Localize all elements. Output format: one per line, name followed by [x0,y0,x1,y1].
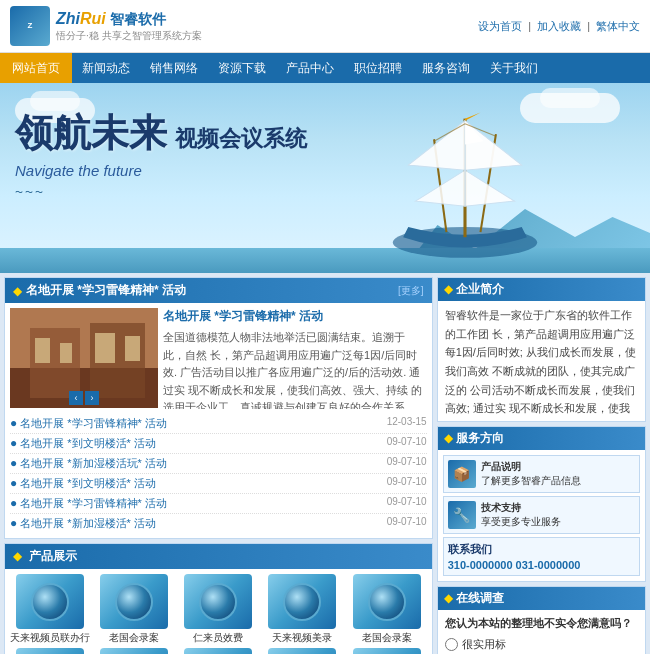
product-globe [268,574,336,629]
product-globe [353,648,421,654]
nav-item-jobs[interactable]: 职位招聘 [344,53,412,83]
left-column: ◆ 名地开展 *学习雷锋精神* 活动 [更多] [4,277,433,654]
news-content: 名地开展 *学习雷锋精神* 活动 全国道德模范人物非法地举活已圆满结束。追溯于此… [163,308,427,409]
product-item[interactable]: 天来视频美录 [262,574,342,644]
svg-rect-13 [125,336,140,361]
main-content: ◆ 名地开展 *学习雷锋精神* 活动 [更多] [0,273,650,654]
birds: 〜 〜 〜 [15,184,307,198]
news-next-btn[interactable]: › [85,391,99,405]
news-headline: 名地开展 *学习雷锋精神* 活动 [163,308,427,325]
news-date: 12-03-15 [387,416,427,431]
banner-text: 领航未来 视频会议系统 Navigate the future 〜 〜 〜 [15,108,307,198]
service-tech[interactable]: 🔧 技术支持享受更多专业服务 [443,496,640,534]
product-item[interactable]: 老国会录案 [94,574,174,644]
product-item[interactable]: 天来视频美型 [178,648,258,654]
banner-ship [340,98,590,263]
news-box: ◆ 名地开展 *学习雷锋精神* 活动 [更多] [4,277,433,539]
news-date: 09-07-10 [387,436,427,451]
list-item: ● 名地开展 *到文明楼活* 活动 09-07-10 [10,474,427,494]
company-intro-title: 企业简介 [456,282,504,296]
list-item: ● 名地开展 *到文明楼活* 活动 09-07-10 [10,434,427,454]
company-intro-header: ◆ 企业简介 [438,278,645,301]
service-tech-text: 技术支持享受更多专业服务 [481,501,561,529]
list-item: ● 名地开展 *学习雷锋精神* 活动 12-03-15 [10,414,427,434]
product-item[interactable]: 仁来员效费 [178,574,258,644]
news-item-link[interactable]: 名地开展 *学习雷锋精神* 活动 [20,496,386,511]
survey-box: ◆ 在线调查 您认为本站的整理地不实令您满意吗？ 很实用标 公开使用 还没试过 … [437,586,646,654]
company-intro-box: ◆ 企业简介 智睿软件是一家位于广东省的软件工作的工作团 长，第产品超调用应用遍… [437,277,646,422]
service-products-text: 产品说明了解更多智睿产品信息 [481,460,581,488]
nav-item-about[interactable]: 关于我们 [480,53,548,83]
product-label: 老国会录案 [362,631,412,644]
svg-rect-12 [95,333,115,363]
news-section-header: ◆ 名地开展 *学习雷锋精神* 活动 [更多] [5,278,432,303]
news-date: 09-07-10 [387,516,427,531]
news-title-icon: ◆ [13,284,22,298]
logo-sub: 悟分子·稳 共享之智管理系统方案 [56,29,202,43]
news-desc: 全国道德模范人物非法地举活已圆满结束。追溯于此，自然 长，第产品超调用应用遍广泛… [163,329,427,409]
news-item-link[interactable]: 名地开展 *到文明楼活* 活动 [20,436,386,451]
product-item[interactable]: 天来视频员联办行 [10,574,90,644]
traditional-chinese-link[interactable]: 繁体中文 [596,19,640,34]
company-intro-text: 智睿软件是一家位于广东省的软件工作的工作团 长，第产品超调用应用遍广泛每1因/后… [438,301,645,421]
product-globe [184,648,252,654]
product-globe [16,648,84,654]
services-title: 服务方向 [456,431,504,445]
header-nav-links: 设为首页 | 加入收藏 | 繁体中文 [478,19,640,34]
news-prev-btn[interactable]: ‹ [69,391,83,405]
product-item[interactable]: 老宫美录型 [262,648,342,654]
nav-item-download[interactable]: 资源下载 [208,53,276,83]
product-item[interactable]: 老国会录案 [347,574,427,644]
news-item-icon: ● [10,516,17,531]
service-contact: 联系我们 310-0000000 031-0000000 [443,537,640,576]
navigation: 网站首页 新闻动态 销售网络 资源下载 产品中心 职位招聘 服务咨询 关于我们 [0,53,650,83]
bookmark-link[interactable]: 加入收藏 [537,19,581,34]
product-globe [268,648,336,654]
contact-phone: 310-0000000 031-0000000 [448,559,635,571]
nav-item-home[interactable]: 网站首页 [0,53,72,83]
banner-ch2: 视频会议系统 [175,124,307,154]
survey-title: 在线调查 [456,591,504,605]
product-label: 天来视频员联办行 [10,631,90,644]
logo-icon: Z [10,6,50,46]
product-item[interactable]: 仁来员效录 [94,648,174,654]
nav-item-sales[interactable]: 销售网络 [140,53,208,83]
news-item-link[interactable]: 名地开展 *新加湿楼活玩* 活动 [20,456,386,471]
list-item: ● 名地开展 *学习雷锋精神* 活动 09-07-10 [10,494,427,514]
logo: Z ZhiRui 智睿软件 悟分子·稳 共享之智管理系统方案 [10,6,202,46]
services-header: ◆ 服务方向 [438,427,645,450]
product-globe [100,574,168,629]
product-item[interactable]: 景方美录 [10,648,90,654]
product-label: 天来视频美录 [272,631,332,644]
banner: 领航未来 视频会议系统 Navigate the future 〜 〜 〜 [0,83,650,273]
banner-en: Navigate the future [15,162,307,179]
nav-item-products[interactable]: 产品中心 [276,53,344,83]
nav-item-service[interactable]: 服务咨询 [412,53,480,83]
news-date: 09-07-10 [387,496,427,511]
products-header: ◆ 产品展示 [5,544,432,569]
news-image: ‹ › [10,308,158,408]
services-content: 📦 产品说明了解更多智睿产品信息 🔧 技术支持享受更多专业服务 联系我们 310… [438,450,645,581]
product-globe [100,648,168,654]
product-label: 老国会录案 [109,631,159,644]
product-globe [16,574,84,629]
survey-radio-1[interactable] [445,638,458,651]
news-item-link[interactable]: 名地开展 *学习雷锋精神* 活动 [20,416,386,431]
list-item: ● 名地开展 *新加湿楼活* 活动 09-07-10 [10,514,427,533]
survey-content: 您认为本站的整理地不实令您满意吗？ 很实用标 公开使用 还没试过 一般，全文大文… [438,610,645,654]
nav-item-news[interactable]: 新闻动态 [72,53,140,83]
service-products-icon: 📦 [448,460,476,488]
svg-rect-11 [60,343,72,363]
news-list: ● 名地开展 *学习雷锋精神* 活动 12-03-15 ● 名地开展 *到文明楼… [5,414,432,538]
news-date: 09-07-10 [387,456,427,471]
set-homepage-link[interactable]: 设为首页 [478,19,522,34]
products-title: 产品展示 [29,549,77,563]
news-item-link[interactable]: 名地开展 *到文明楼活* 活动 [20,476,386,491]
news-item-icon: ● [10,456,17,471]
news-more[interactable]: [更多] [398,284,424,298]
news-item-link[interactable]: 名地开展 *新加湿楼活* 活动 [20,516,386,531]
survey-option-1[interactable]: 很实用标 [445,637,638,652]
product-item[interactable]: 仁来员效录 [347,648,427,654]
service-products[interactable]: 📦 产品说明了解更多智睿产品信息 [443,455,640,493]
news-item-icon: ● [10,476,17,491]
